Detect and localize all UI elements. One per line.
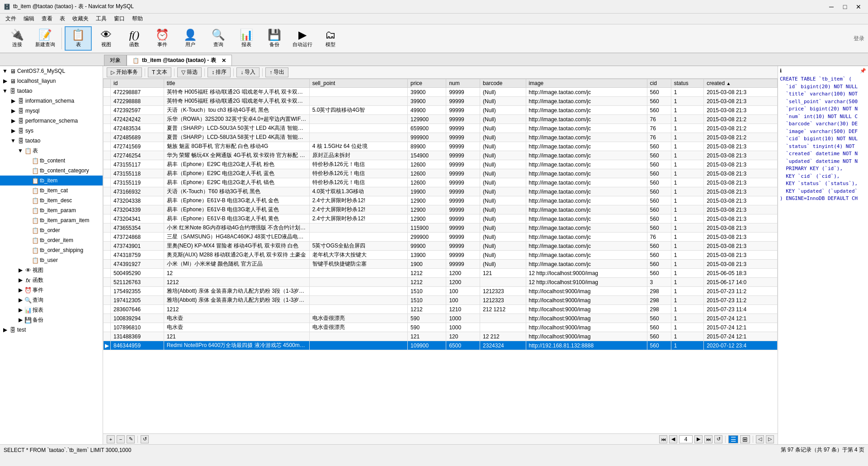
cell-price[interactable]: 129900 [408,115,446,124]
cell-title[interactable]: 易丰（Ephone）E61V-B 电信3G老人手机 黄色 [164,214,309,223]
cell-price[interactable]: 1212 [408,278,446,287]
cell-num[interactable]: 99999 [446,178,480,187]
cell-price[interactable]: 659900 [408,124,446,133]
col-status[interactable]: status [671,79,703,88]
cell-image[interactable]: http://image.taotao.com/jc [526,97,647,106]
cell-barcode[interactable]: (Null) [480,233,526,242]
cell-status[interactable]: 1 [671,260,703,269]
cell-sell_point[interactable]: 2.4寸大屏限时秒杀12! [309,205,407,214]
cell-image[interactable]: http://image.taotao.com/jc [526,160,647,169]
table-row[interactable]: 473166932天语（K-Touch）T60 移动3G手机 黑色4.0英寸双核… [104,187,778,196]
cell-image[interactable]: http://localhost:9000/imag [526,332,647,341]
cell-price[interactable]: 12600 [408,169,446,178]
cell-cid[interactable]: 560 [647,169,671,178]
cell-status[interactable]: 1 [671,124,703,133]
sidebar-item-tb-content[interactable]: 📋 tb_content [0,156,103,166]
cell-price[interactable]: 1900 [408,260,446,269]
cell-barcode[interactable]: (Null) [480,178,526,187]
table-row[interactable]: 472746254华为 荣耀 畅玩4X 全网通版 4G手机 双卡双待 官方标配 … [104,151,778,160]
cell-sell_point[interactable] [309,124,407,133]
event-button[interactable]: ⏰ 事件 [149,26,176,51]
cell-barcode[interactable]: 1212323 [480,296,526,305]
cell-sell_point[interactable] [309,332,407,341]
sidebar-item-tb-user[interactable]: 📋 tb_user [0,255,103,265]
menu-window[interactable]: 窗口 [110,14,128,24]
cell-created[interactable]: 2015-03-08 21:3 [704,251,778,260]
cell-price[interactable]: 12600 [408,178,446,187]
cell-sell_point[interactable]: 老年机大字体大按键大 [309,251,407,260]
table-row[interactable]: 473724868三星（SAMSUNG）HG48AC460KJ 48英寸LED液… [104,233,778,242]
cell-status[interactable]: 1 [671,323,703,332]
sidebar-item-sys[interactable]: ▶ 🗄 sys [0,126,103,136]
cell-barcode[interactable]: (Null) [480,223,526,233]
cell-price[interactable]: 999900 [408,133,446,142]
cell-id[interactable]: 472741569 [111,142,164,151]
cell-num[interactable]: 1000 [446,314,480,323]
scroll-left-button[interactable]: ◁ [756,435,764,443]
cell-price[interactable]: 1510 [408,296,446,305]
table-row[interactable]: 13148836912112112012 212http://localhost… [104,332,778,341]
cell-status[interactable]: 1 [671,233,703,242]
cell-cid[interactable]: 560 [647,260,671,269]
cell-title[interactable]: 小米（MI）小米米键 颜色随机 官方正品 [164,260,309,269]
cell-cid[interactable]: 560 [647,88,671,97]
cell-image[interactable]: http://localhost:9000/imag [526,305,647,314]
cell-num[interactable]: 99999 [446,151,480,160]
cell-id[interactable]: 107896810 [111,323,164,332]
cell-status[interactable]: 1 [671,151,703,160]
text-button[interactable]: T 文本 [148,67,171,77]
cell-num[interactable]: 99999 [446,205,480,214]
cell-price[interactable]: 109900 [408,341,446,350]
cell-created[interactable]: 2015-03-08 21:3 [704,169,778,178]
table-row[interactable]: 473204341易丰（Ephone）E61V-B 电信3G老人手机 黄色2.4… [104,214,778,223]
filter-button[interactable]: ▽ 筛选 [177,67,202,77]
cell-image[interactable]: http://image.taotao.com/jc [526,187,647,196]
report-button[interactable]: 📊 报表 [233,26,260,51]
cell-cid[interactable]: 76 [647,133,671,142]
cell-title[interactable]: 雅培(Abbott) 亲体 金装喜康力幼儿配方奶粉 3段（1-3岁幼儿雅培新配方… [164,287,309,296]
grid-view-button[interactable]: ☰ [728,435,738,443]
table-row[interactable]: 474391927小米（MI）小米米键 颜色随机 官方正品智键手机快捷键防尘塞1… [104,260,778,269]
sidebar-item-tables[interactable]: ▼ 📋 表 [0,146,103,156]
cell-image[interactable]: http://192.168.81.132:8888 [526,341,647,350]
cell-status[interactable]: 1 [671,115,703,124]
cell-created[interactable]: 2015-07-23 11:2 [704,287,778,296]
cell-sell_point[interactable]: 2.4寸大屏限时秒杀12! [309,196,407,205]
cell-status[interactable]: 1 [671,332,703,341]
pin-icon[interactable]: 📌 [860,68,866,74]
cell-barcode[interactable]: (Null) [480,97,526,106]
cell-num[interactable]: 100 [446,287,480,296]
cell-num[interactable]: 99999 [446,169,480,178]
cell-title[interactable]: 英特奇 H005福旺 移动/联通2G 唱戏老年人手机 双卡双待 红色新品特惠[领… [164,97,309,106]
cell-price[interactable]: 590 [408,314,446,323]
cell-num[interactable]: 99999 [446,214,480,223]
sidebar-item-tb-content-category[interactable]: 📋 tb_content_category [0,166,103,176]
cell-id[interactable]: 175492355 [111,287,164,296]
cell-title[interactable]: 天语（K-Touch）T60 移动3G手机 黑色 [164,187,309,196]
cell-id[interactable]: 473204341 [111,214,164,223]
menu-view[interactable]: 查看 [38,14,56,24]
cell-sell_point[interactable]: 特价秒杀126元！电信 [309,169,407,178]
cell-title[interactable]: 天语（K-Touch）tou ch3 移动4G手机 黑色 [164,106,309,115]
table-row[interactable]: 472485689夏普（SHARP）LCD-58U3A 58英寸 LED 4K高… [104,133,778,142]
cell-image[interactable]: http://image.taotao.com/jc [526,251,647,260]
cell-id[interactable]: 472424242 [111,115,164,124]
cell-created[interactable]: 2015-03-08 21:3 [704,106,778,115]
cell-price[interactable]: 39900 [408,88,446,97]
cell-status[interactable]: 1 [671,133,703,142]
col-num[interactable]: num [446,79,480,88]
cell-image[interactable]: 12 http://localhost:9000/imag [526,269,647,278]
table-row[interactable]: 197412305雅培(Abbott) 亲体 金装喜康力幼儿配方奶粉 3段（1-… [104,296,778,305]
cell-title[interactable]: 奥克斯(AUX) M288 移动联通2G老人手机 双卡双待 土豪金 [164,251,309,260]
sidebar-item-taotao-root[interactable]: ▼ 🗄 taotao [0,86,103,96]
cell-status[interactable]: 1 [671,223,703,233]
cell-price[interactable]: 121 [408,332,446,341]
cell-sell_point[interactable]: 智键手机快捷键防尘塞 [309,260,407,269]
cell-image[interactable]: 12 http://localhost:9100/imag [526,278,647,287]
cell-status[interactable]: 1 [671,169,703,178]
cell-sell_point[interactable] [309,223,407,233]
cell-title[interactable]: 121 [164,332,309,341]
remove-row-button[interactable]: − [117,435,125,443]
cell-price[interactable]: 299900 [408,233,446,242]
cell-barcode[interactable]: (Null) [480,115,526,124]
